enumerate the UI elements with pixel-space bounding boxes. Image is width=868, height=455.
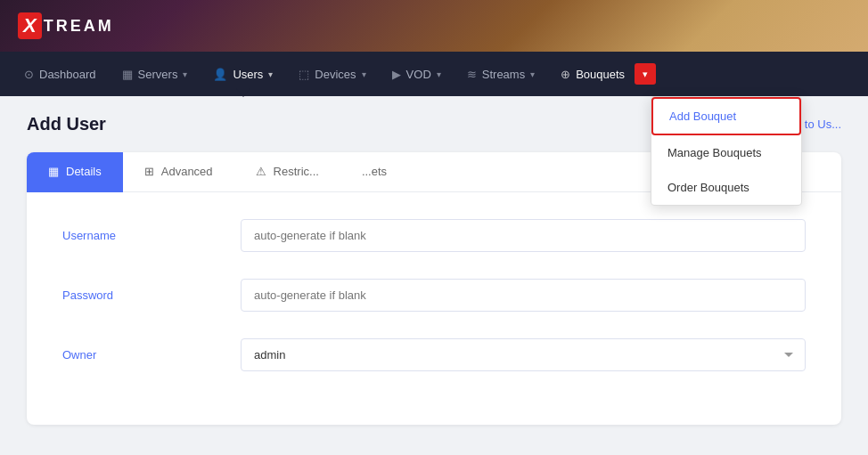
navbar: ⊙ Dashboard ▦ Servers ▾ 👤 Users ▾ ⬚ Devi… bbox=[0, 52, 868, 96]
nav-indicator bbox=[236, 88, 250, 97]
details-tab-icon: ▦ bbox=[48, 165, 59, 178]
logo[interactable]: X TREAM bbox=[18, 12, 114, 39]
bouquets-dropdown-menu: Add Bouquet Manage Bouquets Order Bouque… bbox=[651, 96, 802, 206]
owner-select[interactable]: admin bbox=[241, 338, 806, 371]
sidebar-item-devices[interactable]: ⬚ Devices ▾ bbox=[288, 61, 376, 88]
sidebar-item-servers[interactable]: ▦ Servers ▾ bbox=[111, 61, 199, 88]
devices-arrow-icon: ▾ bbox=[362, 69, 366, 79]
header: X TREAM bbox=[0, 0, 868, 52]
password-input[interactable] bbox=[241, 279, 806, 312]
bouquets-chevron-icon: ▾ bbox=[643, 69, 648, 80]
dropdown-item-add-bouquet[interactable]: Add Bouquet bbox=[651, 97, 801, 135]
devices-label: Devices bbox=[315, 68, 356, 81]
vod-arrow-icon: ▾ bbox=[437, 69, 441, 79]
devices-icon: ⬚ bbox=[299, 68, 309, 81]
tab-advanced-label: Advanced bbox=[161, 165, 213, 178]
form-body: Username Password Owner admin bbox=[27, 192, 841, 425]
dropdown-item-order-bouquets[interactable]: Order Bouquets bbox=[651, 170, 801, 205]
password-row: Password bbox=[62, 279, 806, 312]
tab-bouquets[interactable]: ...ets bbox=[340, 152, 408, 192]
servers-arrow-icon: ▾ bbox=[183, 69, 187, 79]
username-input[interactable] bbox=[241, 219, 806, 252]
logo-x-icon: X bbox=[18, 12, 42, 39]
tab-details-label: Details bbox=[66, 165, 102, 178]
bouquets-label: Bouquets bbox=[576, 68, 625, 81]
sidebar-item-users[interactable]: 👤 Users ▾ bbox=[202, 61, 283, 88]
bouquets-icon: ⊕ bbox=[561, 68, 570, 81]
logo-text: TREAM bbox=[44, 17, 114, 36]
advanced-tab-icon: ⊞ bbox=[144, 165, 154, 178]
username-label: Username bbox=[62, 229, 241, 242]
streams-arrow-icon: ▾ bbox=[530, 69, 535, 79]
tab-details[interactable]: ▦ Details bbox=[27, 152, 123, 192]
users-label: Users bbox=[233, 68, 263, 81]
users-arrow-icon: ▾ bbox=[268, 69, 273, 79]
username-row: Username bbox=[62, 219, 806, 252]
page-title: Add User bbox=[27, 114, 106, 134]
dropdown-item-manage-bouquets[interactable]: Manage Bouquets bbox=[651, 135, 801, 170]
servers-label: Servers bbox=[138, 68, 178, 81]
owner-row: Owner admin bbox=[62, 338, 806, 371]
password-label: Password bbox=[62, 288, 241, 302]
servers-icon: ▦ bbox=[122, 68, 133, 81]
tab-advanced[interactable]: ⊞ Advanced bbox=[123, 152, 234, 192]
dashboard-label: Dashboard bbox=[39, 68, 96, 81]
tab-restrictions-label: Restric... bbox=[274, 165, 319, 178]
sidebar-item-bouquets[interactable]: ⊕ Bouquets bbox=[550, 61, 635, 88]
streams-icon: ≋ bbox=[467, 68, 477, 81]
owner-label: Owner bbox=[62, 348, 241, 362]
restrictions-tab-icon: ⚠ bbox=[256, 165, 266, 178]
streams-label: Streams bbox=[482, 68, 525, 81]
bouquets-dropdown-button[interactable]: ▾ bbox=[635, 63, 656, 85]
dashboard-icon: ⊙ bbox=[24, 68, 34, 81]
users-icon: 👤 bbox=[213, 68, 227, 81]
sidebar-item-vod[interactable]: ▶ VOD ▾ bbox=[381, 61, 452, 88]
sidebar-item-dashboard[interactable]: ⊙ Dashboard bbox=[13, 61, 107, 88]
tab-restrictions[interactable]: ⚠ Restric... bbox=[234, 152, 340, 192]
vod-label: VOD bbox=[406, 68, 431, 81]
tab-bouquets-label: ...ets bbox=[362, 165, 387, 178]
vod-icon: ▶ bbox=[392, 68, 401, 81]
sidebar-item-streams[interactable]: ≋ Streams ▾ bbox=[456, 61, 545, 88]
